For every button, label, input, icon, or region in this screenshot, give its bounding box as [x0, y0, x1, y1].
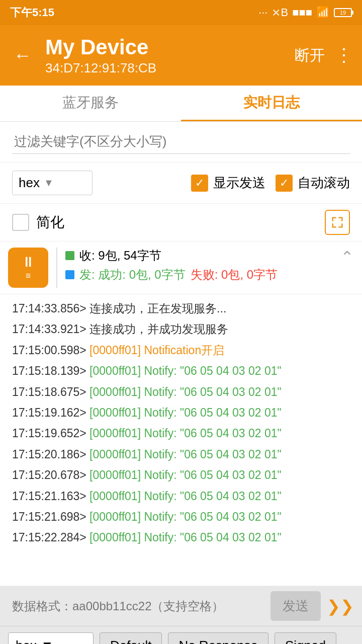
stats-divider — [56, 248, 57, 288]
chevron-down-icon: ▼ — [44, 177, 54, 189]
stats-send-success: 发: 成功: 0包, 0字节 — [79, 267, 186, 283]
log-line-8: 17:15:20.678> [0000ff01] Notify: "06 05 … — [12, 465, 350, 486]
simplify-checkbox[interactable] — [12, 214, 29, 231]
controls-row: hex ▼ ✓ 显示发送 ✓ 自动滚动 — [0, 163, 362, 204]
stats-send-fail: 失败: 0包, 0字节 — [191, 267, 278, 283]
wifi-icon: 📶 — [316, 6, 330, 19]
tab-realtime-log[interactable]: 实时日志 — [181, 86, 362, 121]
log-line-5: 17:15:19.162> [0000ff01] Notify: "06 05 … — [12, 403, 350, 423]
stats-icon: ⏸ ≡ — [8, 248, 48, 288]
collapse-button[interactable]: ⌃ — [340, 248, 354, 267]
status-bar: 下午5:15 ··· ⨯B ■■■ 📶 19 — [0, 0, 362, 25]
tab-bar: 蓝牙服务 实时日志 — [0, 86, 362, 122]
stats-recv-row: 收: 9包, 54字节 — [65, 248, 332, 264]
recv-indicator — [65, 251, 74, 260]
send-indicator — [65, 270, 74, 279]
filter-input[interactable] — [12, 130, 350, 154]
simplify-row: 简化 — [0, 204, 362, 242]
log-line-0: 17:14:33.856> 连接成功，正在发现服务... — [12, 298, 350, 319]
log-area: 17:14:33.856> 连接成功，正在发现服务... 17:14:33.92… — [0, 294, 362, 586]
expand-button[interactable] — [325, 210, 350, 235]
log-line-4: 17:15:18.675> [0000ff01] Notify: "06 05 … — [12, 382, 350, 403]
simplify-left: 简化 — [12, 213, 64, 232]
show-send-checkbox[interactable]: ✓ — [191, 175, 208, 192]
log-line-6: 17:15:19.652> [0000ff01] Notify: "06 05 … — [12, 423, 350, 444]
show-send-checkbox-label: ✓ 显示发送 — [191, 174, 265, 192]
format-select[interactable]: hex ▼ — [12, 171, 93, 195]
signal-dots-icon: ··· — [258, 6, 267, 19]
auto-scroll-checkbox-label: ✓ 自动滚动 — [276, 174, 350, 192]
log-line-10: 17:15:21.698> [0000ff01] Notify: "06 05 … — [12, 507, 350, 527]
log-line-3: 17:15:18.139> [0000ff01] Notify: "06 05 … — [12, 361, 350, 381]
status-icons: ··· ⨯B ■■■ 📶 19 — [258, 6, 352, 19]
tab-bt-service[interactable]: 蓝牙服务 — [0, 86, 181, 121]
back-button[interactable]: ← — [10, 45, 35, 66]
stats-recv-text: 收: 9包, 54字节 — [79, 248, 161, 264]
log-line-2: 17:15:00.598> [0000ff01] Notification开启 — [12, 340, 350, 361]
log-line-1: 17:14:33.921> 连接成功，并成功发现服务 — [12, 319, 350, 340]
default-button[interactable]: Default — [100, 632, 162, 644]
signal-bars-icon: ■■■ — [292, 6, 312, 19]
send-format-select[interactable]: hex ▼ — [8, 632, 94, 644]
device-name: My Device — [45, 35, 285, 60]
send-button[interactable]: 发送 — [270, 591, 321, 621]
log-line-7: 17:15:20.186> [0000ff01] Notify: "06 05 … — [12, 444, 350, 465]
header-actions: 断开 ⋮ — [295, 45, 352, 66]
device-mac: 34:D7:12:91:78:CB — [45, 60, 285, 76]
more-menu-button[interactable]: ⋮ — [335, 45, 352, 66]
chevron-down-icon: ▼ — [41, 638, 54, 644]
stats-send-row: 发: 成功: 0包, 0字节 失败: 0包, 0字节 — [65, 267, 332, 283]
no-response-button[interactable]: No Response — [168, 632, 268, 644]
stats-bar: ⏸ ≡ 收: 9包, 54字节 发: 成功: 0包, 0字节 失败: 0包, 0… — [0, 242, 362, 294]
expand-send-button[interactable]: ❯❯ — [327, 597, 354, 616]
stats-info: 收: 9包, 54字节 发: 成功: 0包, 0字节 失败: 0包, 0字节 — [65, 248, 332, 283]
bottom-controls: hex ▼ Default No Response Signed — [0, 626, 362, 644]
bluetooth-icon: ⨯B — [272, 6, 288, 19]
auto-scroll-checkbox[interactable]: ✓ — [276, 175, 293, 192]
filter-section — [0, 122, 362, 163]
log-line-11: 17:15:22.284> [0000ff01] Notify: "06 05 … — [12, 527, 350, 548]
disconnect-button[interactable]: 断开 — [295, 45, 325, 66]
signed-button[interactable]: Signed — [275, 632, 336, 644]
simplify-label: 简化 — [36, 213, 64, 232]
send-bar: 发送 ❯❯ — [0, 586, 362, 626]
battery-icon: 19 — [334, 8, 352, 17]
header: ← My Device 34:D7:12:91:78:CB 断开 ⋮ — [0, 25, 362, 86]
send-input[interactable] — [8, 595, 264, 617]
device-info: My Device 34:D7:12:91:78:CB — [45, 35, 285, 75]
log-line-9: 17:15:21.163> [0000ff01] Notify: "06 05 … — [12, 486, 350, 507]
status-time: 下午5:15 — [10, 5, 54, 20]
